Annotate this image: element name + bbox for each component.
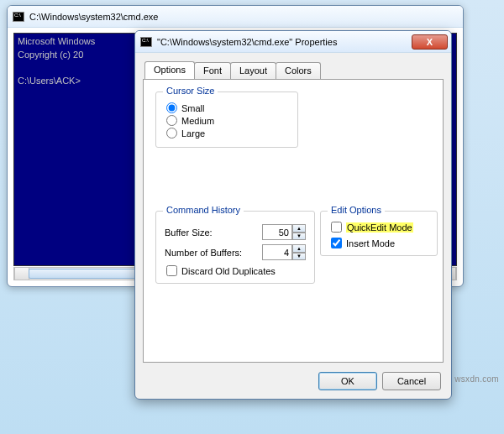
num-buffers-up-icon[interactable]: ▲ bbox=[292, 244, 306, 253]
properties-body: Options Font Layout Colors Cursor Size S… bbox=[143, 61, 444, 362]
cursor-small-radio[interactable] bbox=[166, 102, 177, 113]
properties-title: "C:\Windows\system32\cmd.exe" Properties bbox=[157, 37, 412, 47]
watermark: wsxdn.com bbox=[454, 374, 499, 384]
dialog-button-bar: OK Cancel bbox=[318, 372, 441, 390]
insert-mode-row[interactable]: Insert Mode bbox=[329, 238, 428, 248]
insert-mode-label: Insert Mode bbox=[346, 238, 395, 248]
command-history-group: Command History Buffer Size: ▲ ▼ Number … bbox=[155, 211, 315, 284]
cursor-small-row[interactable]: Small bbox=[165, 102, 289, 113]
close-icon: X bbox=[427, 37, 433, 47]
quickedit-label: QuickEdit Mode bbox=[346, 222, 413, 233]
num-buffers-row: Number of Buffers: ▲ ▼ bbox=[165, 244, 306, 260]
num-buffers-input[interactable] bbox=[262, 244, 292, 260]
close-button[interactable]: X bbox=[412, 34, 448, 50]
cursor-large-row[interactable]: Large bbox=[165, 128, 289, 139]
edit-options-group: Edit Options QuickEdit Mode Insert Mode bbox=[320, 211, 438, 256]
discard-duplicates-label: Discard Old Duplicates bbox=[181, 266, 276, 276]
cmd-titlebar[interactable]: C:\Windows\system32\cmd.exe bbox=[8, 6, 463, 28]
cursor-medium-radio[interactable] bbox=[166, 115, 177, 126]
quickedit-row[interactable]: QuickEdit Mode bbox=[329, 222, 428, 233]
buffer-size-spinner[interactable]: ▲ ▼ bbox=[262, 224, 306, 240]
num-buffers-down-icon[interactable]: ▼ bbox=[292, 253, 306, 261]
cursor-large-radio[interactable] bbox=[166, 128, 177, 139]
cursor-size-legend: Cursor Size bbox=[163, 86, 218, 96]
cursor-large-label: Large bbox=[181, 128, 205, 139]
edit-options-legend: Edit Options bbox=[328, 205, 385, 215]
buffer-size-row: Buffer Size: ▲ ▼ bbox=[165, 224, 306, 240]
cmd-line: Copyright (c) 20 bbox=[18, 50, 83, 60]
quickedit-checkbox[interactable] bbox=[331, 222, 342, 233]
insert-mode-checkbox[interactable] bbox=[331, 238, 342, 248]
ok-button[interactable]: OK bbox=[318, 372, 377, 390]
tab-colors[interactable]: Colors bbox=[276, 62, 321, 79]
cursor-size-group: Cursor Size Small Medium Large bbox=[155, 92, 298, 148]
tab-row: Options Font Layout Colors bbox=[144, 61, 444, 79]
properties-titlebar[interactable]: "C:\Windows\system32\cmd.exe" Properties… bbox=[135, 31, 451, 53]
buffer-size-input[interactable] bbox=[262, 224, 292, 240]
tab-options[interactable]: Options bbox=[144, 61, 195, 79]
cursor-medium-row[interactable]: Medium bbox=[165, 115, 289, 126]
cmd-icon bbox=[13, 12, 24, 22]
tab-panel-options: Cursor Size Small Medium Large Command H… bbox=[143, 79, 444, 363]
cursor-medium-label: Medium bbox=[181, 116, 214, 126]
cmd-icon bbox=[140, 37, 152, 47]
buffer-size-up-icon[interactable]: ▲ bbox=[292, 224, 306, 233]
command-history-legend: Command History bbox=[163, 205, 244, 215]
cursor-small-label: Small bbox=[181, 103, 205, 113]
tab-font[interactable]: Font bbox=[194, 62, 231, 79]
num-buffers-label: Number of Buffers: bbox=[165, 248, 242, 258]
buffer-size-label: Buffer Size: bbox=[165, 227, 213, 238]
buffer-size-down-icon[interactable]: ▼ bbox=[292, 233, 306, 241]
discard-duplicates-row[interactable]: Discard Old Duplicates bbox=[165, 265, 306, 276]
discard-duplicates-checkbox[interactable] bbox=[166, 265, 177, 276]
tab-layout[interactable]: Layout bbox=[230, 62, 276, 79]
cmd-title: C:\Windows\system32\cmd.exe bbox=[29, 12, 158, 22]
cancel-button[interactable]: Cancel bbox=[382, 372, 441, 390]
cmd-line: Microsoft Windows bbox=[18, 36, 95, 46]
num-buffers-spinner[interactable]: ▲ ▼ bbox=[262, 244, 306, 260]
cmd-prompt: C:\Users\ACK> bbox=[18, 76, 81, 86]
properties-dialog: "C:\Windows\system32\cmd.exe" Properties… bbox=[134, 30, 452, 400]
